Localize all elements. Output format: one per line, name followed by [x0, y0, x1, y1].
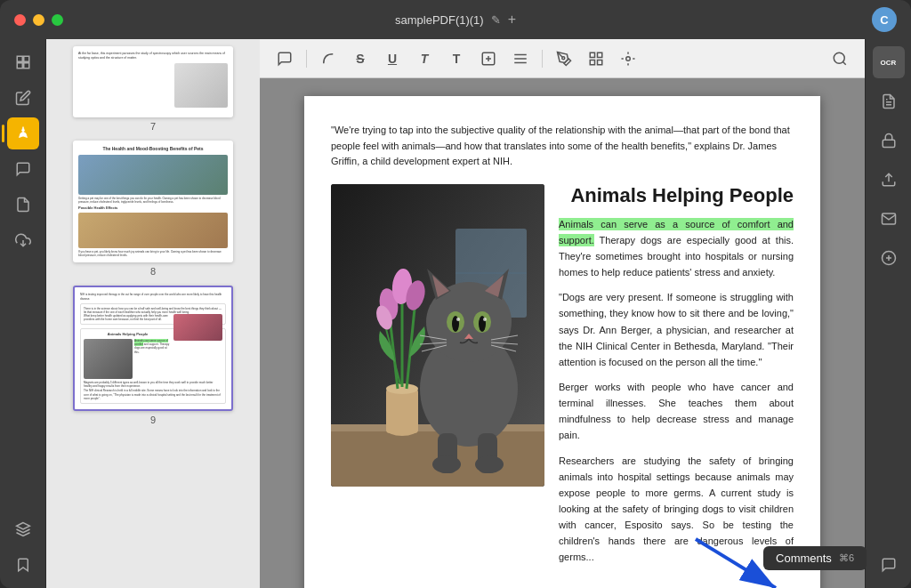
thumb-frame-7[interactable]: At the far base, this experiment pursase…	[73, 46, 233, 117]
comment-tool-button[interactable]	[270, 44, 299, 73]
lines-tool-button[interactable]	[506, 44, 535, 73]
thumb-content-7: At the far base, this experiment pursase…	[73, 46, 233, 117]
paragraph-1: Animals can serve as a source of comfort…	[559, 216, 794, 281]
thumb-frame-8[interactable]: The Health and Mood-Boosting Benefits of…	[73, 141, 233, 262]
toolbar-separator-1	[306, 50, 307, 68]
thumb-number-9: 9	[150, 415, 156, 425]
svg-point-57	[475, 455, 504, 473]
thumb-content-8: The Health and Mood-Boosting Benefits of…	[73, 141, 233, 262]
section-title: Animals Helping People	[559, 184, 794, 207]
text-italic-tool-button[interactable]: T	[410, 44, 439, 73]
paragraph-1-text: Therapy dogs are especially good at this…	[559, 235, 794, 278]
comments-label: Comments	[776, 552, 832, 565]
pencil-tool-button[interactable]	[550, 44, 578, 73]
comments-shortcut: ⌘6	[839, 552, 854, 564]
svg-rect-12	[598, 52, 602, 57]
add-tab-button[interactable]: +	[508, 12, 516, 28]
sidebar-icon-bookmark[interactable]	[7, 549, 39, 581]
pdf-page: "We're trying to tap into the subjective…	[304, 96, 820, 588]
thumb-content-9: NIH is testing improved therapy in the o…	[75, 287, 231, 409]
protect-button[interactable]	[873, 125, 905, 157]
sidebar-icon-annotate[interactable]	[7, 153, 39, 185]
paragraph-3: Berger works with people who have cancer…	[559, 379, 794, 444]
svg-line-17	[842, 61, 845, 64]
pdf-view[interactable]: "We're trying to tap into the subjective…	[260, 78, 865, 588]
svg-marker-5	[16, 523, 29, 530]
svg-rect-1	[23, 56, 28, 61]
save-button[interactable]	[873, 242, 905, 274]
strikethrough-tool-button[interactable]: S	[346, 44, 375, 73]
scan-document-button[interactable]	[873, 85, 905, 117]
svg-rect-0	[17, 56, 22, 61]
content-area: S U T T	[260, 39, 865, 588]
thumbnails-panel[interactable]: At the far base, this experiment pursase…	[46, 39, 260, 588]
thumb-img-8b	[78, 213, 228, 248]
thumbnail-9[interactable]: NIH is testing improved therapy in the o…	[73, 286, 233, 425]
main-area: At the far base, this experiment pursase…	[0, 39, 911, 588]
thumb-title-8: The Health and Mood-Boosting Benefits of…	[78, 146, 228, 152]
sidebar-icon-home[interactable]	[7, 46, 39, 78]
sidebar-icon-highlight[interactable]	[7, 117, 39, 149]
thumb-number-7: 7	[150, 121, 156, 132]
search-button[interactable]	[826, 44, 854, 73]
toolbar-separator-2	[542, 50, 543, 68]
ocr-button[interactable]: OCR	[873, 46, 905, 78]
maximize-button[interactable]	[52, 14, 63, 26]
paragraph-2: "Dogs are very present. If someone is st…	[559, 289, 794, 370]
thumbnail-8[interactable]: The Health and Mood-Boosting Benefits of…	[73, 141, 233, 277]
stamp-tool-button[interactable]	[614, 44, 642, 73]
svg-point-16	[834, 52, 844, 63]
article-text-column: Animals Helping People Animals can serve…	[559, 184, 794, 575]
svg-point-10	[562, 56, 565, 59]
svg-point-56	[432, 455, 461, 473]
right-sidebar: OCR	[865, 39, 911, 588]
svg-rect-11	[590, 52, 594, 57]
two-column-section: Animals Helping People Animals can serve…	[331, 184, 794, 575]
thumbnail-7[interactable]: At the far base, this experiment pursase…	[73, 46, 233, 132]
underline-tool-button[interactable]: U	[378, 44, 407, 73]
sidebar-icon-edit[interactable]	[7, 82, 39, 114]
svg-point-48	[483, 318, 487, 321]
toolbar: S U T T	[260, 39, 865, 78]
shapes-tool-button[interactable]	[582, 44, 610, 73]
sidebar-icon-pages[interactable]	[7, 189, 39, 221]
textbox-tool-button[interactable]	[474, 44, 503, 73]
thumb-img-8a	[78, 155, 228, 195]
svg-rect-13	[598, 60, 602, 64]
titlebar: samplePDF(1)(1) ✎ + C	[0, 0, 911, 39]
text-tool-button[interactable]: T	[442, 44, 471, 73]
cat-image-column	[331, 184, 544, 575]
svg-rect-3	[23, 63, 28, 68]
thumb-number-8: 8	[150, 266, 156, 277]
svg-rect-22	[386, 389, 418, 433]
minimize-button[interactable]	[33, 14, 44, 26]
share-button[interactable]	[873, 164, 905, 196]
edit-title-icon[interactable]: ✎	[491, 13, 501, 27]
cat-image	[331, 184, 544, 487]
arc-tool-button[interactable]	[314, 44, 343, 73]
svg-rect-14	[590, 60, 594, 64]
comments-sidebar-button[interactable]	[873, 549, 905, 581]
sidebar-icon-organize[interactable]	[7, 224, 39, 256]
close-button[interactable]	[14, 14, 26, 26]
svg-point-47	[456, 318, 460, 321]
titlebar-center: samplePDF(1)(1) ✎ +	[395, 12, 516, 28]
svg-point-15	[626, 56, 631, 60]
traffic-lights	[14, 14, 63, 26]
left-sidebar	[0, 39, 46, 588]
mail-button[interactable]	[873, 203, 905, 235]
svg-rect-2	[17, 63, 22, 68]
window-title: samplePDF(1)(1)	[395, 13, 484, 27]
thumb-frame-9[interactable]: NIH is testing improved therapy in the o…	[73, 286, 233, 411]
page-quote: "We're trying to tap into the subjective…	[331, 123, 794, 170]
user-avatar[interactable]: C	[872, 7, 897, 32]
sidebar-icon-layers[interactable]	[7, 513, 39, 545]
svg-rect-62	[883, 140, 895, 147]
comments-tooltip[interactable]: Comments ⌘6	[763, 546, 867, 570]
